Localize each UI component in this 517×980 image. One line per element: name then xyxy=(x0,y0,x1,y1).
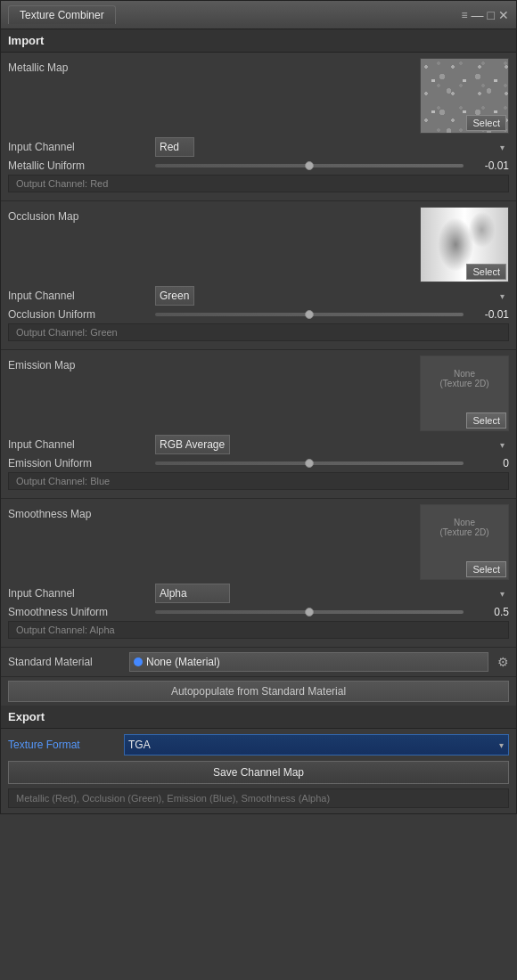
emission-map-section: Emission Map None (Texture 2D) Select In… xyxy=(1,350,516,499)
metallic-uniform-slider-container: -0.01 xyxy=(155,159,509,172)
metallic-input-channel-label: Input Channel xyxy=(8,141,155,153)
occlusion-uniform-label: Occlusion Uniform xyxy=(8,308,155,321)
emission-map-label: Emission Map xyxy=(8,355,420,372)
emission-uniform-label: Emission Uniform xyxy=(8,457,155,470)
emission-preview-text: None (Texture 2D) xyxy=(436,365,492,392)
metallic-input-channel-select[interactable]: Red Green Blue Alpha xyxy=(155,137,194,157)
emission-uniform-row: Emission Uniform 0 xyxy=(8,457,509,470)
emission-select-button[interactable]: Select xyxy=(466,412,506,429)
occlusion-map-section: Occlusion Map Select Input Channel Red G… xyxy=(1,201,516,350)
smoothness-output-channel: Output Channel: Alpha xyxy=(8,621,509,639)
emission-input-channel-row: Input Channel Red Green Blue RGB Average… xyxy=(8,435,509,454)
texture-format-wrapper[interactable]: TGA PNG JPG EXR xyxy=(124,734,509,755)
smoothness-map-section: Smoothness Map None (Texture 2D) Select … xyxy=(1,499,516,648)
emission-map-left: Emission Map xyxy=(8,355,420,372)
gear-icon[interactable]: ⚙ xyxy=(497,655,509,669)
smoothness-uniform-slider[interactable] xyxy=(155,610,464,614)
texture-format-label: Texture Format xyxy=(8,739,124,751)
smoothness-uniform-value: 0.5 xyxy=(469,606,509,618)
occlusion-uniform-slider-container: -0.01 xyxy=(155,308,509,321)
smoothness-uniform-row: Smoothness Uniform 0.5 xyxy=(8,606,509,618)
occlusion-uniform-value: -0.01 xyxy=(469,308,509,321)
emission-map-preview: None (Texture 2D) Select xyxy=(420,355,509,431)
export-section: Texture Format TGA PNG JPG EXR Save Chan… xyxy=(1,729,516,813)
texture-format-row: Texture Format TGA PNG JPG EXR xyxy=(8,734,509,755)
smoothness-input-channel-select[interactable]: Red Green Blue RGB Average Alpha xyxy=(155,584,230,603)
smoothness-select-button[interactable]: Select xyxy=(466,561,506,577)
occlusion-output-channel: Output Channel: Green xyxy=(8,323,509,341)
emission-input-channel-select[interactable]: Red Green Blue RGB Average Alpha xyxy=(155,435,230,454)
standard-material-label: Standard Material xyxy=(8,656,124,668)
smoothness-map-left: Smoothness Map xyxy=(8,504,420,520)
close-icon[interactable]: ✕ xyxy=(498,8,509,22)
title-bar-controls: ≡ — □ ✕ xyxy=(462,8,509,22)
list-icon[interactable]: ≡ xyxy=(462,9,468,21)
occlusion-input-channel-label: Input Channel xyxy=(8,290,155,302)
emission-uniform-slider[interactable] xyxy=(155,461,464,465)
metallic-uniform-value: -0.01 xyxy=(469,159,509,172)
emission-map-row: Emission Map None (Texture 2D) Select xyxy=(8,355,509,431)
smoothness-map-label: Smoothness Map xyxy=(8,504,420,520)
title-bar: Texture Combiner ≡ — □ ✕ xyxy=(1,1,516,29)
metallic-output-channel: Output Channel: Red xyxy=(8,175,509,192)
save-channel-map-button[interactable]: Save Channel Map xyxy=(8,761,509,784)
metallic-select-button[interactable]: Select xyxy=(466,115,506,131)
autopopulate-button[interactable]: Autopopulate from Standard Material xyxy=(8,681,509,702)
occlusion-uniform-slider[interactable] xyxy=(155,313,464,316)
smoothness-input-channel-wrapper[interactable]: Red Green Blue RGB Average Alpha xyxy=(155,584,509,603)
import-header: Import xyxy=(1,29,516,53)
standard-material-field[interactable]: None (Material) xyxy=(129,652,488,672)
metallic-input-channel-wrapper[interactable]: Red Green Blue Alpha xyxy=(155,137,509,157)
title-bar-left: Texture Combiner xyxy=(8,5,116,24)
standard-material-value: None (Material) xyxy=(146,656,220,668)
metallic-uniform-slider[interactable] xyxy=(155,164,464,167)
metallic-map-section: Metallic Map Select Input Channel Red Gr… xyxy=(1,53,516,201)
smoothness-preview-text: None (Texture 2D) xyxy=(436,514,492,541)
smoothness-map-preview: None (Texture 2D) Select xyxy=(420,504,509,580)
material-dot-icon xyxy=(134,657,143,666)
emission-output-channel: Output Channel: Blue xyxy=(8,472,509,490)
window-title: Texture Combiner xyxy=(8,5,116,24)
metallic-map-row: Metallic Map Select xyxy=(8,58,509,134)
occlusion-input-channel-select[interactable]: Red Green Blue Alpha xyxy=(155,286,194,306)
metallic-input-channel-row: Input Channel Red Green Blue Alpha xyxy=(8,137,509,157)
standard-material-row: Standard Material None (Material) ⚙ xyxy=(1,648,516,677)
occlusion-select-button[interactable]: Select xyxy=(466,264,506,280)
occlusion-map-preview: Select xyxy=(420,207,509,282)
metallic-map-preview: Select xyxy=(420,58,509,134)
smoothness-uniform-label: Smoothness Uniform xyxy=(8,606,155,618)
smoothness-input-channel-row: Input Channel Red Green Blue RGB Average… xyxy=(8,584,509,603)
emission-uniform-value: 0 xyxy=(469,457,509,470)
texture-combiner-window: Texture Combiner ≡ — □ ✕ Import Metallic… xyxy=(0,0,517,814)
metallic-uniform-row: Metallic Uniform -0.01 xyxy=(8,159,509,172)
occlusion-input-channel-row: Input Channel Red Green Blue Alpha xyxy=(8,286,509,306)
channel-map-info: Metallic (Red), Occlusion (Green), Emiss… xyxy=(8,788,509,808)
metallic-map-label: Metallic Map xyxy=(8,58,420,74)
emission-input-channel-wrapper[interactable]: Red Green Blue RGB Average Alpha xyxy=(155,435,509,454)
emission-input-channel-label: Input Channel xyxy=(8,438,155,451)
metallic-uniform-label: Metallic Uniform xyxy=(8,159,155,172)
occlusion-map-left: Occlusion Map xyxy=(8,207,420,223)
occlusion-map-row: Occlusion Map Select xyxy=(8,207,509,282)
smoothness-input-channel-label: Input Channel xyxy=(8,587,155,600)
smoothness-map-row: Smoothness Map None (Texture 2D) Select xyxy=(8,504,509,580)
texture-format-select[interactable]: TGA PNG JPG EXR xyxy=(125,735,508,755)
export-header: Export xyxy=(1,706,516,729)
minimize-icon[interactable]: — xyxy=(472,8,484,22)
smoothness-uniform-slider-container: 0.5 xyxy=(155,606,509,618)
occlusion-map-label: Occlusion Map xyxy=(8,207,420,223)
maximize-icon[interactable]: □ xyxy=(488,8,495,22)
occlusion-input-channel-wrapper[interactable]: Red Green Blue Alpha xyxy=(155,286,509,306)
occlusion-uniform-row: Occlusion Uniform -0.01 xyxy=(8,308,509,321)
emission-uniform-slider-container: 0 xyxy=(155,457,509,470)
metallic-map-left: Metallic Map xyxy=(8,58,420,74)
